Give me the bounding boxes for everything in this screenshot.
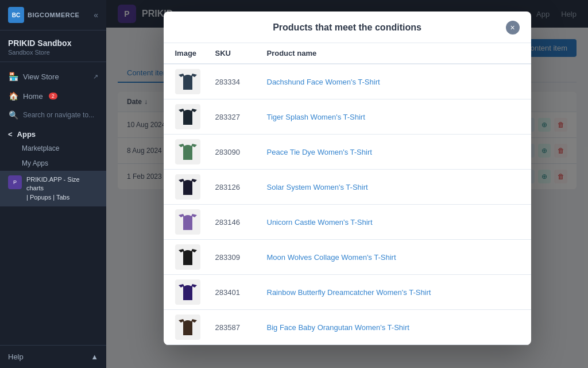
product-name-6[interactable]: Rainbow Butterfly Dreamcatcher Women's T… xyxy=(267,288,520,297)
bigcommerce-logo-icon: BC xyxy=(8,7,24,23)
search-placeholder: Search or navigate to... xyxy=(23,111,94,119)
modal-header: Products that meet the conditions × xyxy=(164,12,531,43)
store-name: PRIKID Sandbox xyxy=(8,39,98,48)
search-item[interactable]: 🔍 Search or navigate to... xyxy=(0,106,106,124)
sidebar-item-marketplace[interactable]: Marketplace xyxy=(0,141,106,156)
product-sku-5: 283309 xyxy=(215,253,267,262)
sidebar: BC BIGCOMMERCE « PRIKID Sandbox Sandbox … xyxy=(0,0,106,368)
store-type: Sandbox Store xyxy=(8,49,98,56)
sidebar-nav: 🏪 View Store ↗ 🏠 Home 2 🔍 Search or navi… xyxy=(0,62,106,345)
product-thumbnail-0 xyxy=(175,69,215,94)
search-icon: 🔍 xyxy=(8,110,18,120)
product-name-3[interactable]: Solar System Women's T-Shirt xyxy=(267,183,520,191)
sidebar-item-prikid-app[interactable]: P PRIKID.APP - Size charts | Popups | Ta… xyxy=(0,171,106,206)
sidebar-header: BC BIGCOMMERCE « xyxy=(0,0,106,30)
sidebar-item-my-apps[interactable]: My Apps xyxy=(0,156,106,171)
modal-overlay: Products that meet the conditions × Imag… xyxy=(106,0,588,368)
product-thumbnail-1 xyxy=(175,104,215,129)
prikid-app-icon: P xyxy=(8,175,22,189)
product-thumbnail-6 xyxy=(175,279,215,305)
modal-close-button[interactable]: × xyxy=(506,21,520,34)
modal-product-row: 283126Solar System Women's T-Shirt xyxy=(164,170,531,205)
modal-product-row: 283090Peace Tie Dye Women's T-Shirt xyxy=(164,135,531,170)
home-icon: 🏠 xyxy=(8,91,18,101)
products-modal: Products that meet the conditions × Imag… xyxy=(164,12,531,345)
product-thumbnail-5 xyxy=(175,244,215,270)
logo-text: BIGCOMMERCE xyxy=(28,12,79,18)
product-thumbnail-4 xyxy=(175,209,215,235)
modal-col-image: Image xyxy=(175,49,215,57)
apps-section-label: Apps xyxy=(17,130,36,139)
chevron-up-icon[interactable]: ▲ xyxy=(91,352,98,361)
modal-col-sku: SKU xyxy=(215,49,267,57)
sidebar-item-view-store[interactable]: 🏪 View Store ↗ xyxy=(0,67,106,86)
modal-body: 283334Dachshund Face Women's T-Shirt2833… xyxy=(164,64,531,345)
product-sku-6: 283401 xyxy=(215,288,267,297)
modal-title: Products that meet the conditions xyxy=(189,22,506,33)
store-icon: 🏪 xyxy=(8,72,18,81)
product-sku-7: 283587 xyxy=(215,323,267,332)
back-icon: < xyxy=(8,130,13,139)
product-sku-2: 283090 xyxy=(215,148,267,156)
home-label: Home xyxy=(23,92,43,101)
product-name-4[interactable]: Unicorn Castle Women's T-Shirt xyxy=(267,218,520,227)
external-link-icon: ↗ xyxy=(93,73,98,80)
product-name-0[interactable]: Dachshund Face Women's T-Shirt xyxy=(267,78,520,86)
product-sku-0: 283334 xyxy=(215,78,267,86)
view-store-label: View Store xyxy=(23,72,59,81)
product-thumbnail-2 xyxy=(175,139,215,164)
product-sku-1: 283327 xyxy=(215,113,267,121)
modal-product-row: 283146Unicorn Castle Women's T-Shirt xyxy=(164,205,531,240)
store-info: PRIKID Sandbox Sandbox Store xyxy=(0,30,106,62)
product-thumbnail-7 xyxy=(175,315,215,340)
sidebar-apps-section[interactable]: < Apps xyxy=(0,124,106,141)
main-content: P PRIKID Dashboard App Help Add new cont… xyxy=(106,0,588,368)
product-name-7[interactable]: Big Face Baby Orangutan Women's T-Shirt xyxy=(267,323,520,332)
modal-product-row: 283401Rainbow Butterfly Dreamcatcher Wom… xyxy=(164,275,531,310)
modal-product-row: 283309Moon Wolves Collage Women's T-Shir… xyxy=(164,240,531,275)
modal-product-row: 283587Big Face Baby Orangutan Women's T-… xyxy=(164,310,531,345)
product-sku-3: 283126 xyxy=(215,183,267,191)
product-name-2[interactable]: Peace Tie Dye Women's T-Shirt xyxy=(267,148,520,156)
sidebar-item-home[interactable]: 🏠 Home 2 xyxy=(0,86,106,106)
collapse-button[interactable]: « xyxy=(94,10,98,20)
modal-table-header: Image SKU Product name xyxy=(164,43,531,64)
help-label[interactable]: Help xyxy=(8,352,24,361)
product-sku-4: 283146 xyxy=(215,218,267,227)
modal-product-row: 283327Tiger Splash Women's T-Shirt xyxy=(164,99,531,135)
product-name-1[interactable]: Tiger Splash Women's T-Shirt xyxy=(267,113,520,121)
product-name-5[interactable]: Moon Wolves Collage Women's T-Shirt xyxy=(267,253,520,262)
modal-product-row: 283334Dachshund Face Women's T-Shirt xyxy=(164,64,531,99)
home-badge: 2 xyxy=(49,93,57,99)
logo-area: BC BIGCOMMERCE xyxy=(8,7,79,23)
sidebar-footer: Help ▲ xyxy=(0,345,106,368)
prikid-app-label: PRIKID.APP - Size charts | Popups | Tabs xyxy=(26,175,98,202)
modal-col-name: Product name xyxy=(267,49,520,57)
product-thumbnail-3 xyxy=(175,174,215,200)
